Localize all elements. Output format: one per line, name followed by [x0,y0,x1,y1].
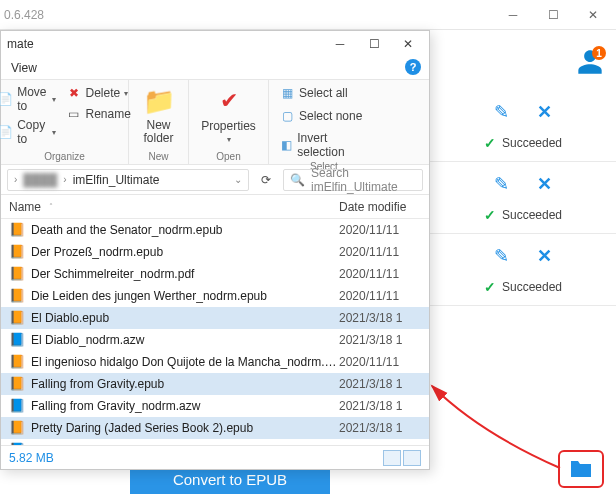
file-name: Pretty Daring (Jaded Series Book 2).epub [31,421,339,435]
minimize-button[interactable]: ─ [494,1,532,29]
file-name: Falling from Gravity.epub [31,377,339,391]
result-row: ✎ ✕ ✓ Succeeded [430,234,616,306]
file-date: 2020/11/11 [339,355,421,369]
notification-badge: 1 [592,46,606,60]
status-badge: ✓ Succeeded [484,207,562,223]
chevron-right-icon: › [14,174,17,185]
result-row: ✎ ✕ ✓ Succeeded [430,90,616,162]
selection-size: 5.82 MB [9,451,54,465]
file-row[interactable]: 📙Der Schimmelreiter_nodrm.pdf2020/11/11 [1,263,429,285]
breadcrumb-current[interactable]: imElfin_Ultimate [73,173,160,187]
group-label: Organize [44,150,85,162]
sort-indicator: ˄ [49,202,53,211]
view-toggle [383,450,421,466]
status-badge: ✓ Succeeded [484,279,562,295]
status-badge: ✓ Succeeded [484,135,562,151]
file-row[interactable]: 📙Der Prozeß_nodrm.epub2020/11/11 [1,241,429,263]
file-row[interactable]: 📙Death and the Senator_nodrm.epub2020/11… [1,219,429,241]
file-date: 2020/11/11 [339,267,421,281]
column-headers: Name˄ Date modifie [1,195,429,219]
file-type-icon: 📘 [9,332,25,348]
check-icon: ✓ [484,207,496,223]
rename-button[interactable]: ▭Rename [64,105,133,123]
invert-icon: ◧ [279,137,293,153]
explorer-titlebar: mate ─ ☐ ✕ [1,31,429,57]
move-to-button[interactable]: 📄Move to▾ [0,84,58,114]
file-row[interactable]: 📙Die Leiden des jungen Werther_nodrm.epu… [1,285,429,307]
window-controls: ─ ☐ ✕ [494,1,612,29]
status-text: Succeeded [502,208,562,222]
folder-icon: 📁 [143,85,175,117]
chevron-down-icon[interactable]: ⌄ [234,174,242,185]
column-date[interactable]: Date modifie [339,200,421,214]
select-none-icon: ▢ [279,108,295,124]
remove-icon[interactable]: ✕ [537,101,552,123]
file-type-icon: 📙 [9,420,25,436]
explorer-close-button[interactable]: ✕ [393,33,423,55]
close-button[interactable]: ✕ [574,1,612,29]
search-input[interactable]: 🔍 Search imElfin_Ultimate [283,169,423,191]
file-date: 2021/3/18 1 [339,377,421,391]
status-text: Succeeded [502,280,562,294]
file-explorer-window: mate ─ ☐ ✕ View ? 📄Move to▾ 📄Copy to▾ ✖D… [0,30,430,470]
properties-icon: ✔ [213,85,245,117]
remove-icon[interactable]: ✕ [537,173,552,195]
maximize-button[interactable]: ☐ [534,1,572,29]
open-output-folder-button[interactable] [558,450,604,488]
edit-icon[interactable]: ✎ [494,173,509,195]
ribbon: 📄Move to▾ 📄Copy to▾ ✖Delete▾ ▭Rename Org… [1,79,429,165]
group-label: Open [216,150,240,162]
file-type-icon: 📙 [9,310,25,326]
file-name: Die Leiden des jungen Werther_nodrm.epub [31,289,339,303]
properties-button[interactable]: ✔ Properties▾ [204,84,254,145]
delete-icon: ✖ [66,85,82,101]
file-date: 2020/11/11 [339,223,421,237]
file-type-icon: 📙 [9,288,25,304]
results-panel: 1 ✎ ✕ ✓ Succeeded ✎ ✕ ✓ Succeeded ✎ ✕ ✓ … [430,30,616,470]
breadcrumb-path[interactable]: › ████ › imElfin_Ultimate ⌄ [7,169,249,191]
rename-icon: ▭ [66,106,82,122]
column-name[interactable]: Name˄ [9,200,339,214]
invert-selection-button[interactable]: ◧Invert selection [277,130,371,160]
file-name: Death and the Senator_nodrm.epub [31,223,339,237]
app-titlebar: 0.6.428 ─ ☐ ✕ [0,0,616,30]
view-details-button[interactable] [383,450,401,466]
edit-icon[interactable]: ✎ [494,245,509,267]
check-icon: ✓ [484,135,496,151]
file-date: 2021/3/18 1 [339,333,421,347]
select-all-button[interactable]: ▦Select all [277,84,371,102]
remove-icon[interactable]: ✕ [537,245,552,267]
search-icon: 🔍 [290,173,305,187]
file-name: Der Schimmelreiter_nodrm.pdf [31,267,339,281]
refresh-button[interactable]: ⟳ [255,169,277,191]
file-row[interactable]: 📙El Diablo.epub2021/3/18 1 [1,307,429,329]
file-date: 2020/11/11 [339,289,421,303]
select-none-button[interactable]: ▢Select none [277,107,371,125]
copy-to-button[interactable]: 📄Copy to▾ [0,117,58,147]
file-row[interactable]: 📙Pretty Daring (Jaded Series Book 2).epu… [1,417,429,439]
file-name: El Diablo.epub [31,311,339,325]
move-icon: 📄 [0,91,13,107]
file-row[interactable]: 📙El ingenioso hidalgo Don Quijote de la … [1,351,429,373]
search-placeholder: Search imElfin_Ultimate [311,166,416,194]
help-icon[interactable]: ? [405,59,421,75]
explorer-maximize-button[interactable]: ☐ [359,33,389,55]
chevron-right-icon: › [63,174,66,185]
file-type-icon: 📘 [9,398,25,414]
new-folder-button[interactable]: 📁 New folder [134,84,184,146]
group-label: New [148,150,168,162]
explorer-minimize-button[interactable]: ─ [325,33,355,55]
file-date: 2021/3/18 1 [339,399,421,413]
view-icons-button[interactable] [403,450,421,466]
select-all-icon: ▦ [279,85,295,101]
file-row[interactable]: 📙Falling from Gravity.epub2021/3/18 1 [1,373,429,395]
edit-icon[interactable]: ✎ [494,101,509,123]
user-avatar[interactable]: 1 [576,48,604,76]
explorer-title: mate [7,37,34,51]
file-row[interactable]: 📘El Diablo_nodrm.azw2021/3/18 1 [1,329,429,351]
result-row: ✎ ✕ ✓ Succeeded [430,162,616,234]
delete-button[interactable]: ✖Delete▾ [64,84,133,102]
breadcrumb-parent[interactable]: ████ [23,173,57,187]
tab-view[interactable]: View [11,61,37,75]
file-row[interactable]: 📘Falling from Gravity_nodrm.azw2021/3/18… [1,395,429,417]
